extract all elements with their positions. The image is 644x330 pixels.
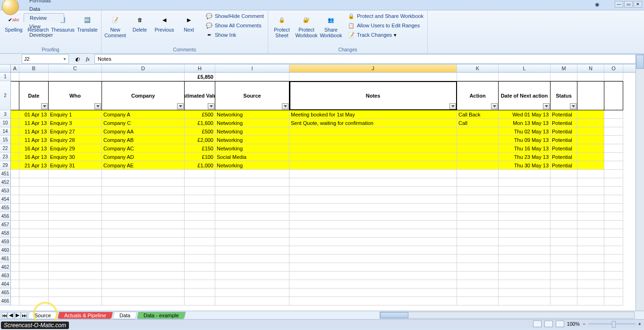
cell[interactable]	[49, 195, 102, 204]
row-header-456[interactable]: 456	[0, 212, 11, 221]
cell[interactable]: Call	[457, 119, 499, 127]
cell[interactable]	[289, 263, 457, 272]
cell[interactable]	[289, 204, 457, 212]
cell[interactable]	[215, 297, 289, 305]
cell[interactable]: Company AC	[102, 144, 185, 153]
cell[interactable]	[49, 263, 102, 272]
sheet-tab-source[interactable]: Source	[27, 312, 58, 319]
cell[interactable]	[49, 280, 102, 289]
cell[interactable]	[215, 187, 289, 195]
cell[interactable]	[499, 280, 551, 289]
cell[interactable]	[604, 246, 623, 255]
cell[interactable]: Date	[19, 81, 49, 110]
cell[interactable]	[604, 238, 623, 246]
cell[interactable]	[102, 73, 185, 81]
next-sheet-button[interactable]: ▶	[14, 312, 21, 319]
cell[interactable]	[11, 212, 19, 221]
cell[interactable]	[102, 195, 185, 204]
cell[interactable]	[19, 246, 49, 255]
cell[interactable]	[11, 297, 19, 305]
close-button[interactable]: ✕	[634, 1, 642, 8]
cell[interactable]	[551, 170, 577, 178]
cell[interactable]: Enquiry 30	[49, 153, 102, 161]
cell[interactable]	[185, 272, 215, 280]
row-header-458[interactable]: 458	[0, 229, 11, 238]
cell[interactable]: £100	[185, 153, 215, 161]
minimize-button[interactable]: —	[615, 1, 623, 8]
cell[interactable]	[577, 170, 604, 178]
column-header-K[interactable]: K	[457, 65, 499, 72]
cell[interactable]	[289, 127, 457, 136]
cell[interactable]	[577, 195, 604, 204]
cell[interactable]	[289, 297, 457, 305]
cell[interactable]	[551, 73, 577, 81]
cell[interactable]	[289, 212, 457, 221]
cell[interactable]	[289, 170, 457, 178]
cell[interactable]	[11, 170, 19, 178]
cell[interactable]	[19, 170, 49, 178]
cell[interactable]	[49, 221, 102, 229]
cell[interactable]	[49, 170, 102, 178]
cell[interactable]	[551, 246, 577, 255]
cell[interactable]	[102, 187, 185, 195]
page-layout-view-button[interactable]	[544, 321, 553, 327]
cell[interactable]	[457, 144, 499, 153]
filter-button[interactable]	[177, 103, 184, 109]
filter-button[interactable]	[543, 103, 550, 109]
cell[interactable]	[185, 280, 215, 289]
restore-button[interactable]: ▭	[624, 1, 633, 8]
cell[interactable]	[457, 255, 499, 263]
protect-workbook-button[interactable]: 🔐Protect Workbook	[295, 11, 318, 45]
cell[interactable]	[289, 280, 457, 289]
cell[interactable]	[604, 263, 623, 272]
cell[interactable]	[19, 204, 49, 212]
cell[interactable]	[577, 144, 604, 153]
cell[interactable]	[604, 170, 623, 178]
cell[interactable]	[11, 127, 19, 136]
cell[interactable]	[185, 289, 215, 297]
cell[interactable]	[289, 272, 457, 280]
cell[interactable]	[499, 187, 551, 195]
cell[interactable]: Notes	[289, 81, 457, 110]
cell[interactable]	[11, 178, 19, 187]
cell[interactable]	[11, 73, 19, 81]
cell[interactable]	[604, 73, 623, 81]
cell[interactable]	[215, 289, 289, 297]
cell[interactable]	[499, 170, 551, 178]
cell[interactable]	[19, 297, 49, 305]
cell[interactable]	[19, 255, 49, 263]
cell[interactable]	[551, 221, 577, 229]
column-header-D[interactable]: D	[102, 65, 185, 72]
cell[interactable]: Potential	[551, 119, 577, 127]
new-comment-button[interactable]: 📝New Comment	[103, 11, 127, 45]
cell[interactable]	[604, 280, 623, 289]
cell[interactable]	[289, 289, 457, 297]
cell[interactable]: Company	[102, 81, 185, 110]
cell[interactable]	[604, 229, 623, 238]
cell[interactable]	[289, 153, 457, 161]
cell[interactable]: Company C	[102, 119, 185, 127]
cell[interactable]	[577, 229, 604, 238]
cell[interactable]	[457, 212, 499, 221]
cell[interactable]	[215, 73, 289, 81]
cell[interactable]	[577, 272, 604, 280]
cell[interactable]	[49, 297, 102, 305]
cell[interactable]: £500	[185, 110, 215, 119]
previous-comment-button[interactable]: ◀Previous	[153, 11, 176, 45]
cell[interactable]	[215, 255, 289, 263]
protect-sheet-button[interactable]: 🔒Protect Sheet	[270, 11, 294, 45]
cell[interactable]	[551, 178, 577, 187]
cell[interactable]: Estimated Value	[185, 81, 215, 110]
cell[interactable]	[457, 187, 499, 195]
cell[interactable]	[604, 255, 623, 263]
cell[interactable]	[102, 255, 185, 263]
cell[interactable]	[577, 127, 604, 136]
cell[interactable]: Enquiry 28	[49, 136, 102, 144]
cell[interactable]	[102, 263, 185, 272]
cell[interactable]	[551, 272, 577, 280]
cell[interactable]: 11 Apr 13	[19, 127, 49, 136]
last-sheet-button[interactable]: ⏭	[21, 312, 27, 319]
cell[interactable]	[185, 246, 215, 255]
column-header-A[interactable]: A	[11, 65, 19, 72]
cell[interactable]: £1,000	[185, 161, 215, 170]
